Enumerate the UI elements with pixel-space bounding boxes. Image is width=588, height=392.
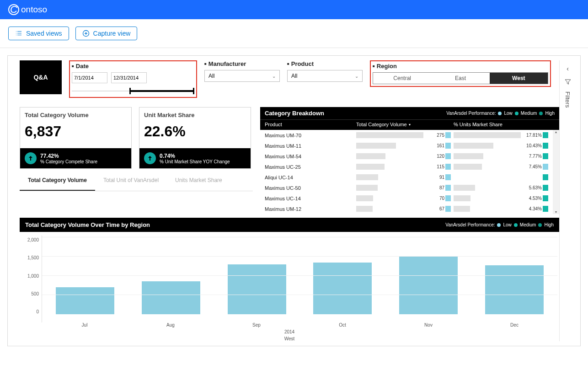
perf-tag-icon	[445, 185, 451, 191]
region-tab-central[interactable]: Central	[373, 73, 431, 84]
chevron-left-icon[interactable]: ‹	[567, 65, 569, 72]
arrow-up-icon	[25, 152, 37, 164]
row-product: Maximus UC-50	[265, 185, 356, 191]
filter-icon	[565, 79, 571, 85]
table-row[interactable]: Maximus UC-50 87 5.63%	[260, 183, 559, 193]
table-row[interactable]: Maximus UM-12 67 4.34%	[260, 204, 559, 214]
row-volume: 70	[428, 196, 444, 201]
plus-circle-icon	[82, 30, 90, 37]
perf-tag-icon	[543, 143, 548, 149]
report-canvas: Q&A Date Manufacture	[7, 55, 581, 346]
region-tab-east[interactable]: East	[431, 73, 489, 84]
legend-dot-high-icon	[538, 223, 542, 227]
perf-tag-icon	[445, 143, 451, 149]
kpi-market-share: Unit Market Share 22.6% 0.74% % Unit Mar…	[139, 107, 251, 169]
view-tab[interactable]: Total Unit of VanArsdel	[95, 171, 167, 191]
row-product: Maximus UC-25	[265, 164, 356, 170]
perf-tag-icon	[445, 164, 451, 170]
ytick: 1,000	[27, 274, 39, 279]
perf-tag-icon	[445, 195, 451, 201]
chart-bar[interactable]	[399, 257, 458, 314]
perf-tag-icon	[543, 132, 548, 138]
category-breakdown: Category Breakdown VanArsdel Performance…	[260, 107, 559, 214]
row-product: Maximus UM-11	[265, 143, 356, 149]
table-row[interactable]: Maximus UM-11 161 10.43%	[260, 140, 559, 151]
performance-legend: VanArsdel Performance: Low Medium High	[445, 222, 554, 227]
chart-bar[interactable]	[228, 264, 286, 314]
qa-label: Q&A	[33, 74, 48, 81]
product-dropdown[interactable]: All ⌄	[287, 70, 363, 82]
saved-views-label: Saved views	[26, 30, 62, 37]
date-slicer[interactable]: Date	[69, 60, 197, 98]
date-range-slider[interactable]	[72, 87, 194, 95]
ytick: 500	[31, 291, 39, 296]
row-share: 4.34%	[525, 206, 542, 211]
row-share: 7.77%	[525, 154, 542, 159]
product-slicer: Product All ⌄	[287, 60, 363, 82]
perf-tag-icon	[543, 195, 548, 201]
chevron-down-icon: ⌄	[272, 74, 276, 79]
perf-tag-icon	[543, 206, 548, 212]
timechart-title: Total Category Volume Over Time by Regio…	[25, 221, 150, 228]
xtick: Jul	[42, 322, 128, 328]
col-share[interactable]: % Units Market Share	[454, 122, 551, 127]
row-product: Maximus UC-14	[265, 196, 356, 201]
date-from-input[interactable]	[72, 72, 107, 83]
perf-tag-icon	[543, 153, 548, 159]
timechart-region: West	[21, 336, 557, 341]
range-handle-end[interactable]	[193, 88, 194, 94]
breakdown-title: Category Breakdown	[265, 110, 324, 117]
qa-tile[interactable]: Q&A	[20, 60, 62, 94]
capture-view-button[interactable]: Capture view	[75, 27, 138, 40]
legend-dot-low-icon	[497, 223, 501, 227]
xtick: Nov	[385, 322, 471, 328]
xtick: Aug	[128, 322, 214, 328]
kpi2-title: Unit Market Share	[139, 107, 251, 120]
ytick: 1,500	[27, 255, 39, 260]
filters-rail-label: Filters	[564, 91, 571, 107]
col-volume[interactable]: Total Category Volume	[356, 122, 454, 127]
view-tab[interactable]: Total Category Volume	[20, 171, 95, 191]
table-row[interactable]: Maximus UM-70 275 17.81%	[260, 130, 559, 140]
table-row[interactable]: Maximus UM-54 120 7.77%	[260, 151, 559, 161]
brand-text: ontoso	[21, 5, 47, 15]
perf-tag-icon	[445, 206, 451, 212]
chart-bar[interactable]	[313, 263, 372, 314]
product-slicer-title: Product	[287, 60, 363, 67]
view-tab[interactable]: Units Market Share	[167, 171, 230, 191]
table-row[interactable]: Aliqui UC-14 91	[260, 172, 559, 183]
kpi2-foot-value: 0.74%	[160, 153, 230, 159]
chart-bar[interactable]	[56, 287, 114, 314]
table-row[interactable]: Maximus UC-14 70 4.53%	[260, 193, 559, 204]
date-to-input[interactable]	[111, 72, 147, 83]
row-volume: 91	[428, 175, 444, 180]
ytick: 0	[36, 309, 39, 314]
row-share: 5.63%	[525, 185, 542, 190]
chart-bar[interactable]	[142, 281, 200, 314]
row-volume: 115	[428, 164, 444, 169]
toolbar: Saved views Capture view	[0, 19, 588, 48]
perf-tag-icon	[445, 174, 451, 180]
kpi2-value: 22.6%	[139, 120, 251, 148]
row-volume: 120	[428, 154, 444, 159]
kpi1-foot-label: % Category Compete Share	[40, 159, 97, 164]
region-tab-west[interactable]: West	[490, 73, 548, 84]
saved-views-button[interactable]: Saved views	[8, 27, 69, 40]
chart-bar[interactable]	[485, 265, 544, 314]
manufacturer-dropdown[interactable]: All ⌄	[204, 70, 280, 82]
scroll-down-icon[interactable]: ▾	[553, 210, 559, 214]
row-volume: 87	[428, 185, 444, 190]
xtick: Oct	[299, 322, 385, 328]
range-handle-start[interactable]	[129, 88, 131, 94]
scroll-up-icon[interactable]: ▴	[553, 130, 559, 134]
chevron-down-icon: ⌄	[355, 74, 358, 79]
breakdown-scrollbar[interactable]: ▴ ▾	[553, 130, 559, 214]
view-tabs: Total Category VolumeTotal Unit of VanAr…	[20, 171, 253, 191]
perf-tag-icon	[543, 185, 548, 191]
filters-rail[interactable]: ‹ Filters	[559, 60, 576, 341]
col-product[interactable]: Product	[265, 122, 356, 127]
row-volume: 161	[428, 143, 444, 148]
table-row[interactable]: Maximus UC-25 115 7.45%	[260, 161, 559, 172]
kpi1-title: Total Category Volume	[20, 107, 131, 120]
product-value: All	[291, 73, 297, 79]
